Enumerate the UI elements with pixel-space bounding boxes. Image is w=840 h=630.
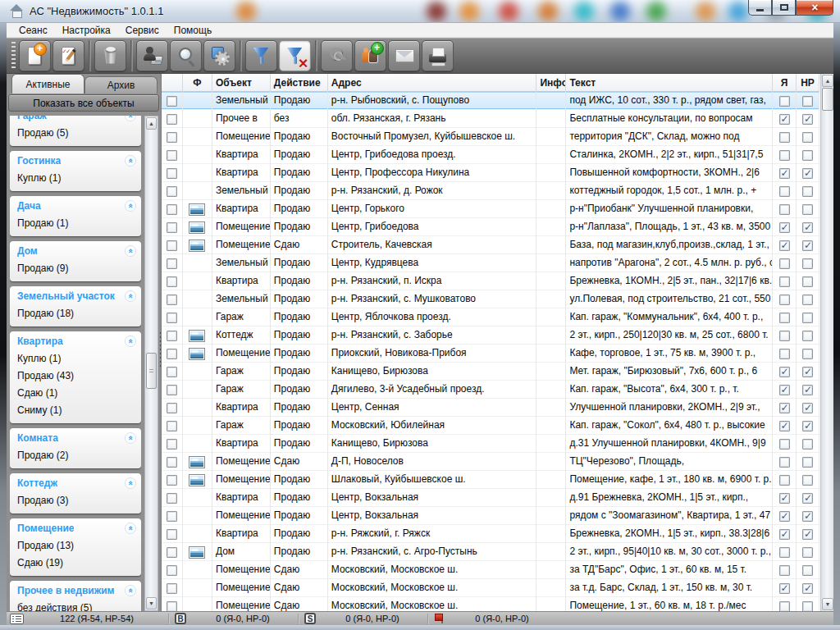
row-checkbox[interactable] xyxy=(167,222,177,233)
sidebar-tab-1[interactable]: Архив xyxy=(84,76,158,94)
nr-checkbox[interactable] xyxy=(802,493,813,504)
nr-checkbox[interactable] xyxy=(802,204,813,215)
row-checkbox[interactable] xyxy=(167,511,177,522)
table-row[interactable]: ПомещениеСдаюМосковский, Московское ш.По… xyxy=(162,597,819,611)
row-checkbox[interactable] xyxy=(167,96,177,107)
row-checkbox[interactable] xyxy=(167,457,177,468)
nr-checkbox[interactable] xyxy=(802,186,813,197)
column-header-ya[interactable]: Я xyxy=(773,74,797,92)
ya-checkbox[interactable] xyxy=(779,493,790,504)
photo-thumbnail-icon[interactable] xyxy=(189,240,205,252)
filter-button[interactable] xyxy=(245,40,277,71)
category-header[interactable]: Гостинка« xyxy=(10,151,141,170)
nr-checkbox[interactable] xyxy=(802,529,813,540)
collapse-chevron-icon[interactable]: « xyxy=(125,290,136,302)
photo-thumbnail-icon[interactable] xyxy=(189,474,205,486)
nr-checkbox[interactable] xyxy=(802,294,813,305)
sidebar-tab-0[interactable]: Активные xyxy=(11,74,84,94)
table-row[interactable]: КвартираПродаюЦентр, Горькогор-н"Приобан… xyxy=(162,200,819,218)
nr-checkbox[interactable] xyxy=(802,168,813,179)
nr-checkbox[interactable] xyxy=(802,96,813,107)
ya-checkbox[interactable] xyxy=(779,150,790,161)
row-checkbox[interactable] xyxy=(167,114,177,125)
row-checkbox[interactable] xyxy=(167,204,177,215)
ya-checkbox[interactable] xyxy=(779,313,790,323)
titlebar[interactable]: АС "Недвижимость" 1.0.1.1 × xyxy=(0,0,840,23)
minimize-button[interactable] xyxy=(748,0,772,16)
nr-checkbox[interactable] xyxy=(802,276,813,287)
nr-checkbox[interactable] xyxy=(802,222,813,233)
table-row[interactable]: КвартираПродаюЦентр, СеннаяУлучшенной пл… xyxy=(162,399,819,417)
photo-thumbnail-icon[interactable] xyxy=(189,221,205,234)
show-all-objects-button[interactable]: Показать все объекты xyxy=(8,94,159,112)
nr-checkbox[interactable] xyxy=(802,547,813,558)
column-header-photo[interactable]: Ф xyxy=(183,74,212,92)
table-row[interactable]: ЗемельныйПродаюр-н. Рязанский, с. Мушков… xyxy=(162,290,819,308)
table-row[interactable]: ЗемельныйПродаюр-н. Рязанский, д. Рожокк… xyxy=(162,182,819,200)
column-header-nr[interactable]: НР xyxy=(797,74,819,92)
ya-checkbox[interactable] xyxy=(779,258,790,269)
table-row[interactable]: ЗемельныйПродаюЦентр, Кудрявцеванапротив… xyxy=(162,254,819,272)
category-item[interactable]: Продаю (13) xyxy=(10,537,141,555)
edit-object-button[interactable] xyxy=(52,40,84,71)
menu-item[interactable]: Настройка xyxy=(55,23,118,38)
category-item[interactable]: Продаю (43) xyxy=(10,368,141,385)
menu-item[interactable]: Помощь xyxy=(167,23,219,38)
category-item[interactable]: Сниму (1) xyxy=(10,402,141,419)
collapse-chevron-icon[interactable]: « xyxy=(125,200,136,212)
category-item[interactable]: Сдаю (1) xyxy=(10,385,141,402)
row-checkbox[interactable] xyxy=(167,150,177,161)
row-checkbox[interactable] xyxy=(167,403,177,413)
category-item[interactable]: Продаю (1) xyxy=(10,215,141,232)
ya-checkbox[interactable] xyxy=(779,186,790,197)
scroll-down-icon[interactable]: ▼ xyxy=(146,597,157,609)
photo-thumbnail-icon[interactable] xyxy=(189,330,205,342)
row-checkbox[interactable] xyxy=(167,276,177,287)
column-header-address[interactable]: Адрес xyxy=(328,74,537,92)
table-row[interactable]: ПомещениеСдаюСтроитель, КачевскаяБаза, п… xyxy=(162,236,819,254)
row-checkbox[interactable] xyxy=(167,385,177,395)
collapse-chevron-icon[interactable]: « xyxy=(125,432,136,444)
list-icon[interactable] xyxy=(10,614,24,624)
column-header-action[interactable]: Действие xyxy=(271,74,328,92)
print-button[interactable] xyxy=(422,40,454,71)
row-checkbox[interactable] xyxy=(167,565,177,576)
window-frame-bottom[interactable] xyxy=(0,625,840,630)
table-row[interactable]: ГаражПродаюМосковский, ЮбилейнаяКап. гар… xyxy=(162,417,819,435)
row-checkbox[interactable] xyxy=(167,186,177,197)
nr-checkbox[interactable] xyxy=(802,601,813,612)
category-header[interactable]: Прочее в недвижим« xyxy=(10,581,141,600)
row-checkbox[interactable] xyxy=(167,439,177,450)
add-object-button[interactable] xyxy=(19,40,51,71)
photo-thumbnail-icon[interactable] xyxy=(189,348,205,360)
collapse-chevron-icon[interactable]: « xyxy=(125,336,136,347)
nr-checkbox[interactable] xyxy=(802,150,813,161)
category-header[interactable]: Земельный участок« xyxy=(10,286,141,305)
toolbar-grip-handle[interactable] xyxy=(11,42,16,70)
ya-checkbox[interactable] xyxy=(779,276,790,287)
ya-checkbox[interactable] xyxy=(779,331,790,341)
photo-thumbnail-icon[interactable] xyxy=(189,203,205,216)
add-client-button[interactable] xyxy=(354,40,386,71)
row-checkbox[interactable] xyxy=(167,475,177,486)
category-item[interactable]: без действия (5) xyxy=(10,600,141,611)
table-row[interactable]: ПомещениеПродаюПриокский, Новикова-Прибо… xyxy=(162,345,819,363)
category-header[interactable]: Дача« xyxy=(10,196,141,215)
scroll-up-icon[interactable]: ▲ xyxy=(146,117,157,130)
category-header[interactable]: Коттедж« xyxy=(10,473,141,492)
ya-checkbox[interactable] xyxy=(779,240,790,251)
nr-checkbox[interactable] xyxy=(802,331,813,341)
category-header[interactable]: Гараж« xyxy=(10,116,141,125)
table-scrollbar-thumb[interactable] xyxy=(822,88,833,111)
row-checkbox[interactable] xyxy=(167,529,177,540)
table-row[interactable]: КвартираПродаюЦентр, Грибоедова проезд.С… xyxy=(162,146,819,164)
ya-checkbox[interactable] xyxy=(779,601,790,612)
nr-checkbox[interactable] xyxy=(802,403,813,413)
sidebar-scrollbar-thumb[interactable] xyxy=(146,353,157,389)
ya-checkbox[interactable] xyxy=(779,204,790,215)
nr-checkbox[interactable] xyxy=(802,258,813,269)
table-row[interactable]: ПомещениеПродаюЦентр, Грибоедовар-н"Лапл… xyxy=(162,218,819,236)
category-item[interactable]: Продаю (2) xyxy=(10,447,141,464)
row-checkbox[interactable] xyxy=(167,313,177,323)
column-header-select[interactable] xyxy=(162,74,183,92)
